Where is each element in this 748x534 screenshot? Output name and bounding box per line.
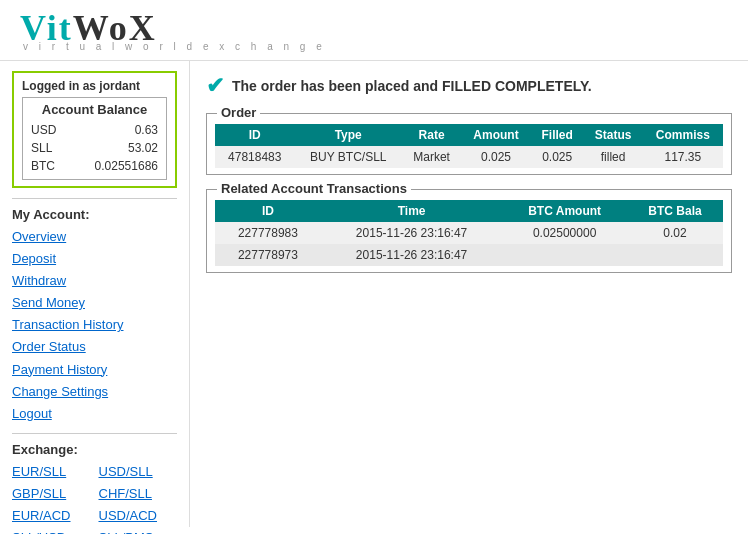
sidebar: Logged in as jordant Account Balance USD…: [0, 61, 190, 527]
layout: Logged in as jordant Account Balance USD…: [0, 61, 748, 527]
exchange-link[interactable]: EUR/ACD: [12, 505, 91, 527]
sidebar-link[interactable]: Transaction History: [12, 314, 177, 336]
exchange-link[interactable]: SLL/BMS: [99, 527, 178, 534]
related-section-label: Related Account Transactions: [217, 181, 411, 196]
sidebar-link[interactable]: Overview: [12, 226, 177, 248]
related-cell: [627, 244, 723, 266]
related-table-header: IDTimeBTC AmountBTC Bala: [215, 200, 723, 222]
order-cell: 47818483: [215, 146, 294, 168]
balance-currency: SLL: [31, 139, 52, 157]
sidebar-link[interactable]: Change Settings: [12, 381, 177, 403]
logged-in-text: Logged in as jordant: [22, 79, 167, 93]
order-col-header: Amount: [461, 124, 531, 146]
sidebar-link[interactable]: Send Money: [12, 292, 177, 314]
sidebar-link[interactable]: Order Status: [12, 336, 177, 358]
related-table-row: 2277789732015-11-26 23:16:47: [215, 244, 723, 266]
order-col-header: Commiss: [643, 124, 723, 146]
order-cell: filled: [584, 146, 643, 168]
related-cell: 2015-11-26 23:16:47: [321, 222, 502, 244]
account-logged-box: Logged in as jordant Account Balance USD…: [12, 71, 177, 188]
order-table: IDTypeRateAmountFilledStatusCommiss 4781…: [215, 124, 723, 168]
related-col-header: BTC Amount: [502, 200, 627, 222]
related-cell: [502, 244, 627, 266]
related-cell: 227778983: [215, 222, 321, 244]
header: VitWoX v i r t u a l w o r l d e x c h a…: [0, 0, 748, 61]
order-table-body: 47818483BUY BTC/SLLMarket0.0250.025fille…: [215, 146, 723, 168]
order-cell: 0.025: [531, 146, 584, 168]
related-cell: 227778973: [215, 244, 321, 266]
exchange-links: EUR/SLLUSD/SLLGBP/SLLCHF/SLLEUR/ACDUSD/A…: [12, 461, 177, 534]
order-cell: 0.025: [461, 146, 531, 168]
order-col-header: Rate: [402, 124, 461, 146]
balance-currency: USD: [31, 121, 56, 139]
my-account-links: OverviewDepositWithdrawSend MoneyTransac…: [12, 226, 177, 425]
checkmark-icon: ✔: [206, 73, 224, 99]
order-section: Order IDTypeRateAmountFilledStatusCommis…: [206, 113, 732, 175]
success-banner: ✔ The order has been placed and FILLED C…: [206, 73, 732, 99]
related-table-body: 2277789832015-11-26 23:16:470.025000000.…: [215, 222, 723, 266]
sidebar-link[interactable]: Deposit: [12, 248, 177, 270]
exchange-link[interactable]: GBP/SLL: [12, 483, 91, 505]
exchange-link[interactable]: USD/SLL: [99, 461, 178, 483]
account-balance-box: Account Balance USD0.63SLL53.02BTC0.0255…: [22, 97, 167, 180]
balance-row: SLL53.02: [31, 139, 158, 157]
sidebar-link[interactable]: Withdraw: [12, 270, 177, 292]
exchange-link[interactable]: USD/ACD: [99, 505, 178, 527]
order-section-inner: IDTypeRateAmountFilledStatusCommiss 4781…: [207, 114, 731, 174]
related-table-row: 2277789832015-11-26 23:16:470.025000000.…: [215, 222, 723, 244]
username: jordant: [99, 79, 140, 93]
exchange-title: Exchange:: [12, 442, 177, 457]
order-col-header: Type: [294, 124, 402, 146]
related-col-header: ID: [215, 200, 321, 222]
sidebar-divider-2: [12, 433, 177, 434]
related-cell: 0.02: [627, 222, 723, 244]
balance-currency: BTC: [31, 157, 55, 175]
order-cell: 117.35: [643, 146, 723, 168]
balance-row: USD0.63: [31, 121, 158, 139]
logo: VitWoX v i r t u a l w o r l d e x c h a…: [20, 10, 326, 52]
balance-rows: USD0.63SLL53.02BTC0.02551686: [31, 121, 158, 175]
logo-subtitle: v i r t u a l w o r l d e x c h a n g e: [23, 42, 326, 52]
success-message: The order has been placed and FILLED COM…: [232, 78, 592, 94]
order-cell: Market: [402, 146, 461, 168]
related-cell: 0.02500000: [502, 222, 627, 244]
related-cell: 2015-11-26 23:16:47: [321, 244, 502, 266]
exchange-link[interactable]: SLL/USD: [12, 527, 91, 534]
order-cell: BUY BTC/SLL: [294, 146, 402, 168]
related-table: IDTimeBTC AmountBTC Bala 2277789832015-1…: [215, 200, 723, 266]
balance-value: 0.63: [135, 121, 158, 139]
related-section: Related Account Transactions IDTimeBTC A…: [206, 189, 732, 273]
order-table-row: 47818483BUY BTC/SLLMarket0.0250.025fille…: [215, 146, 723, 168]
order-section-label: Order: [217, 105, 260, 120]
related-section-inner: IDTimeBTC AmountBTC Bala 2277789832015-1…: [207, 190, 731, 272]
my-account-title: My Account:: [12, 207, 177, 222]
order-col-header: Filled: [531, 124, 584, 146]
order-col-header: ID: [215, 124, 294, 146]
exchange-link[interactable]: CHF/SLL: [99, 483, 178, 505]
exchange-link[interactable]: EUR/SLL: [12, 461, 91, 483]
order-col-header: Status: [584, 124, 643, 146]
main-content: ✔ The order has been placed and FILLED C…: [190, 61, 748, 527]
related-col-header: BTC Bala: [627, 200, 723, 222]
sidebar-divider-1: [12, 198, 177, 199]
sidebar-link[interactable]: Logout: [12, 403, 177, 425]
account-balance-title: Account Balance: [31, 102, 158, 117]
balance-row: BTC0.02551686: [31, 157, 158, 175]
balance-value: 0.02551686: [95, 157, 158, 175]
sidebar-link[interactable]: Payment History: [12, 359, 177, 381]
balance-value: 53.02: [128, 139, 158, 157]
order-table-header: IDTypeRateAmountFilledStatusCommiss: [215, 124, 723, 146]
related-col-header: Time: [321, 200, 502, 222]
